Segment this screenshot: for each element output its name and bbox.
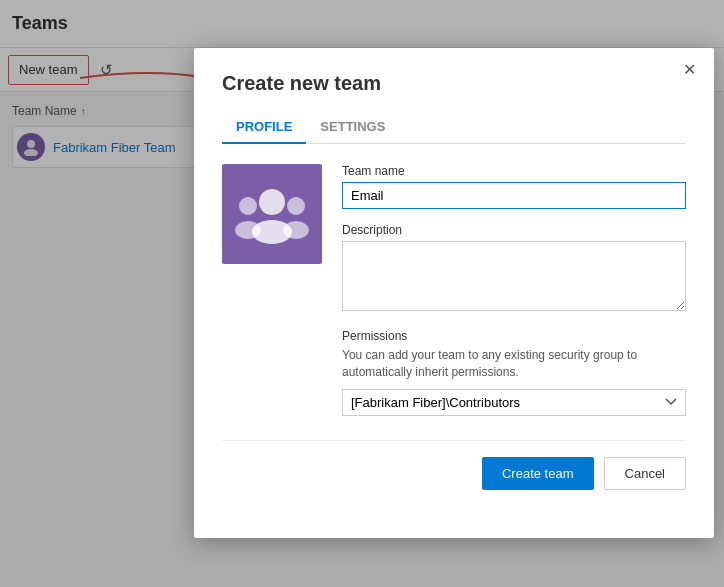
description-label: Description	[342, 223, 686, 237]
svg-point-6	[287, 197, 305, 215]
dialog-title: Create new team	[222, 72, 686, 95]
team-name-input[interactable]	[342, 182, 686, 209]
svg-point-4	[239, 197, 257, 215]
permissions-section: Permissions You can add your team to any…	[342, 329, 686, 416]
permissions-select[interactable]: [Fabrikam Fiber]\Contributors [Fabrikam …	[342, 389, 686, 416]
page-background: Teams New team ↺ Team Name ↑ Fabrikam Fi…	[0, 0, 724, 587]
svg-point-5	[235, 221, 261, 239]
svg-point-2	[259, 189, 285, 215]
svg-point-7	[283, 221, 309, 239]
description-input[interactable]	[342, 241, 686, 311]
permissions-label: Permissions	[342, 329, 686, 343]
team-name-label: Team name	[342, 164, 686, 178]
create-team-button[interactable]: Create team	[482, 457, 594, 490]
tab-settings[interactable]: SETTINGS	[306, 111, 399, 144]
modal-overlay: ✕ Create new team PROFILE SETTINGS	[0, 0, 724, 587]
tab-profile[interactable]: PROFILE	[222, 111, 306, 144]
create-team-dialog: ✕ Create new team PROFILE SETTINGS	[194, 48, 714, 538]
dialog-footer: Create team Cancel	[222, 440, 686, 490]
team-group-icon	[232, 174, 312, 254]
team-name-group: Team name	[342, 164, 686, 209]
form-section: Team name Description Permissions You ca…	[342, 164, 686, 416]
dialog-tabs: PROFILE SETTINGS	[222, 111, 686, 144]
team-image-placeholder	[222, 164, 322, 264]
permissions-desc: You can add your team to any existing se…	[342, 347, 686, 381]
dialog-close-button[interactable]: ✕	[679, 60, 700, 80]
cancel-button[interactable]: Cancel	[604, 457, 686, 490]
profile-section: Team name Description Permissions You ca…	[222, 164, 686, 416]
description-group: Description	[342, 223, 686, 315]
